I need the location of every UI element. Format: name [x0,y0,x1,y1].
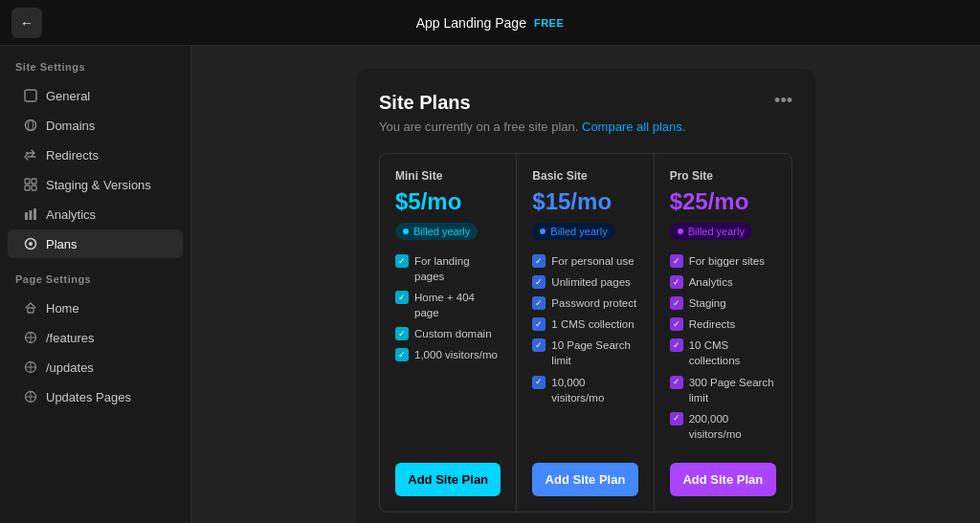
header-title-group: App Landing Page FREE [416,15,565,31]
home-icon [23,300,38,316]
plans-label: Plans [46,237,78,251]
check-icon: ✓ [395,327,409,340]
list-item: ✓ Analytics [670,274,776,290]
list-item: ✓ 10,000 visitors/mo [532,375,637,405]
sidebar-item-home[interactable]: Home [8,294,183,322]
header: ← App Landing Page FREE [0,0,980,46]
list-item: ✓ Password protect [532,295,637,311]
basic-feature-3: Password protect [551,295,636,311]
list-item: ✓ Staging [670,295,776,311]
check-icon: ✓ [532,275,546,289]
list-item: ✓ Unlimited pages [532,274,637,290]
basic-plan-price: $15/mo [532,188,637,215]
check-icon: ✓ [532,376,546,389]
pro-feature-3: Staging [689,295,726,311]
svg-rect-4 [32,179,36,184]
basic-plan-billing: Billed yearly [532,223,614,240]
sidebar: Site Settings General Domains [0,46,191,523]
check-icon: ✓ [670,275,683,289]
svg-rect-5 [25,185,30,190]
sidebar-item-staging[interactable]: Staging & Versions [8,170,183,199]
plans-more-button[interactable]: ••• [774,92,792,109]
pro-add-button[interactable]: Add Site Plan [670,463,776,496]
sidebar-item-features[interactable]: /features [8,323,183,352]
svg-rect-9 [33,208,36,220]
plans-card: Site Plans ••• You are currently on a fr… [356,69,815,523]
check-icon: ✓ [532,296,546,310]
back-button[interactable]: ← [11,8,42,38]
mini-add-button[interactable]: Add Site Plan [395,463,501,496]
svg-rect-12 [28,308,33,313]
back-icon: ← [20,15,33,31]
list-item: ✓ For bigger sites [670,253,776,269]
basic-plan-name: Basic Site [532,169,637,183]
check-icon: ✓ [532,338,546,352]
check-icon: ✓ [395,348,409,361]
sidebar-item-updates[interactable]: /updates [8,353,183,381]
updates-icon [23,360,38,375]
basic-add-button[interactable]: Add Site Plan [532,463,637,496]
mini-plan-price: $5/mo [395,188,501,215]
list-item: ✓ 10 CMS collections [670,338,776,368]
basic-billing-dot [540,229,546,234]
pro-feature-5: 10 CMS collections [689,338,776,368]
list-item: ✓ 1,000 visitors/mo [395,347,501,362]
list-item: ✓ 10 Page Search limit [532,338,637,368]
domains-label: Domains [46,119,95,133]
pro-feature-7: 200,000 visitors/mo [689,411,776,442]
svg-point-1 [26,120,36,131]
sidebar-item-domains[interactable]: Domains [8,111,183,140]
plan-col-pro: Pro Site $25/mo Billed yearly ✓ For bigg… [655,154,791,512]
site-settings-section: Site Settings General Domains [0,61,190,258]
main-content: Site Plans ••• You are currently on a fr… [191,46,980,523]
home-label: Home [46,301,79,316]
mini-billing-dot [403,229,409,234]
page-settings-section: Page Settings Home [0,273,190,411]
pro-plan-name: Pro Site [670,169,776,183]
svg-point-2 [29,120,33,131]
staging-icon [23,177,38,192]
check-icon: ✓ [532,254,546,268]
check-icon: ✓ [670,376,683,389]
svg-rect-6 [32,185,36,190]
basic-features-list: ✓ For personal use ✓ Unlimited pages ✓ P… [532,253,637,447]
pro-features-list: ✓ For bigger sites ✓ Analytics ✓ Staging [670,253,776,447]
basic-billing-label: Billed yearly [550,226,607,237]
compare-plans-link[interactable]: Compare all plans. [582,120,685,134]
mini-feature-4: 1,000 visitors/mo [414,347,498,362]
check-icon: ✓ [670,254,683,268]
staging-label: Staging & Versions [46,178,151,192]
sidebar-item-general[interactable]: General [8,81,183,110]
site-settings-label: Site Settings [0,61,190,80]
list-item: ✓ For personal use [532,253,637,269]
pro-plan-billing: Billed yearly [670,223,752,240]
pro-billing-label: Billed yearly [688,226,745,237]
svg-rect-8 [30,210,33,220]
mini-feature-1: For landing pages [414,253,501,284]
general-icon [23,88,38,103]
mini-feature-2: Home + 404 page [414,290,501,320]
mini-plan-billing: Billed yearly [395,223,478,240]
list-item: ✓ Custom domain [395,326,501,341]
basic-feature-2: Unlimited pages [551,274,630,290]
sidebar-item-updates-pages[interactable]: Updates Pages [8,382,183,411]
sidebar-item-plans[interactable]: Plans [8,229,183,258]
plans-grid: Mini Site $5/mo Billed yearly ✓ For land… [379,153,792,512]
updates-pages-label: Updates Pages [46,390,131,404]
pro-feature-2: Analytics [689,274,733,290]
free-badge: FREE [534,17,564,29]
mini-plan-name: Mini Site [395,169,501,183]
mini-feature-3: Custom domain [414,326,492,341]
plans-icon [23,236,38,251]
pro-feature-4: Redirects [689,316,736,332]
check-icon: ✓ [532,317,546,331]
sidebar-item-analytics[interactable]: Analytics [8,200,183,229]
mini-billing-label: Billed yearly [413,226,470,237]
pro-billing-dot [678,229,683,234]
plans-subtitle-text: You are currently on a free site plan. [379,120,578,134]
check-icon: ✓ [670,338,683,352]
redirects-label: Redirects [46,148,99,163]
basic-feature-5: 10 Page Search limit [551,338,637,368]
sidebar-item-redirects[interactable]: Redirects [8,141,183,169]
svg-rect-0 [25,90,36,101]
